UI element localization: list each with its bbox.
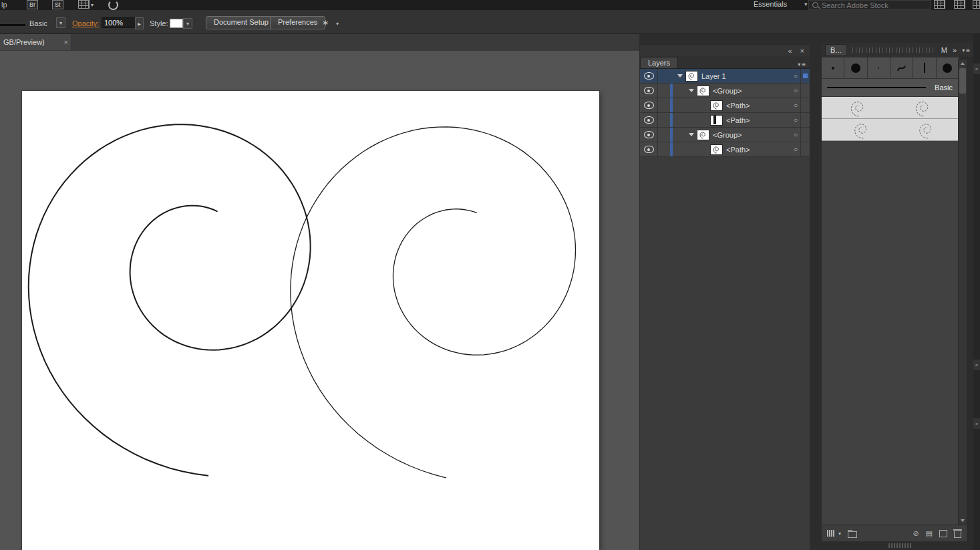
brush-round-10pt[interactable] bbox=[844, 57, 867, 79]
brushes-panel-menu-icon[interactable]: ▾≡ bbox=[962, 47, 970, 54]
dock-edge-strip: « « « bbox=[973, 33, 980, 550]
basic-stroke-preview bbox=[827, 87, 926, 88]
layer-row-group1[interactable]: <Group> ○ bbox=[640, 84, 810, 98]
layer-name[interactable]: <Group> bbox=[713, 131, 742, 139]
brush-libraries-menu-icon[interactable] bbox=[827, 530, 836, 537]
arrange-documents-caret[interactable]: ▾ bbox=[91, 2, 94, 8]
selection-column[interactable] bbox=[800, 142, 810, 156]
workspace-switcher[interactable]: Essentials ▾ bbox=[754, 0, 807, 8]
selection-column[interactable] bbox=[800, 113, 810, 127]
brush-charcoal[interactable] bbox=[890, 57, 913, 79]
brush-line-icon bbox=[924, 63, 925, 73]
edge-panel-tab-1[interactable]: « bbox=[973, 360, 980, 370]
collapse-panels-icon[interactable]: « bbox=[788, 47, 792, 55]
layers-panel-menu-icon[interactable]: ▾≡ bbox=[798, 61, 806, 68]
edge-collapse-icon[interactable]: « bbox=[973, 63, 980, 74]
layer-name[interactable]: Layer 1 bbox=[701, 72, 726, 80]
layer-row-path2[interactable]: <Path> ○ bbox=[640, 113, 810, 128]
opacity-input[interactable] bbox=[102, 17, 136, 28]
brush-round-1pt[interactable] bbox=[868, 57, 890, 79]
disclosure-triangle[interactable] bbox=[689, 89, 694, 92]
scroll-down-icon[interactable] bbox=[959, 517, 967, 525]
document-tab[interactable]: GB/Preview) × bbox=[0, 33, 72, 50]
selection-column[interactable] bbox=[800, 84, 810, 98]
disclosure-triangle[interactable] bbox=[689, 133, 694, 136]
toolbar-button-st[interactable]: St bbox=[52, 0, 63, 9]
selection-column[interactable] bbox=[800, 128, 810, 142]
layer-name[interactable]: <Path> bbox=[726, 116, 750, 124]
selection-column[interactable] bbox=[800, 98, 810, 112]
document-close-icon[interactable]: × bbox=[64, 38, 68, 46]
art-brush-spiral-2[interactable] bbox=[822, 119, 959, 141]
brush-flat[interactable] bbox=[913, 57, 936, 79]
selection-color-square bbox=[803, 74, 808, 78]
visibility-toggle[interactable] bbox=[640, 113, 658, 127]
rotate-view-icon[interactable] bbox=[108, 0, 118, 10]
brush-dot-icon bbox=[832, 67, 834, 70]
style-caret[interactable]: ▾ bbox=[183, 18, 192, 29]
artboard[interactable] bbox=[22, 91, 599, 550]
arrange-documents-icon[interactable] bbox=[78, 0, 90, 9]
clipped-topbar-icon[interactable] bbox=[973, 0, 980, 9]
brush-round-3pt[interactable] bbox=[822, 57, 844, 79]
layers-tab-row: Layers ▾≡ bbox=[640, 56, 810, 69]
visibility-toggle[interactable] bbox=[640, 142, 658, 156]
target-circle[interactable]: ○ bbox=[794, 102, 800, 109]
eye-icon bbox=[644, 102, 654, 109]
visibility-toggle[interactable] bbox=[640, 128, 658, 142]
stock-search-input[interactable]: Search Adobe Stock bbox=[808, 0, 931, 10]
preferences-button[interactable]: Preferences bbox=[270, 16, 325, 29]
layer-name[interactable]: <Path> bbox=[726, 146, 750, 154]
calligraphic-brush-row bbox=[822, 57, 959, 79]
layer-name[interactable]: <Group> bbox=[713, 87, 742, 95]
layer-name[interactable]: <Path> bbox=[726, 102, 750, 110]
brush-definition-value[interactable]: Basic bbox=[29, 19, 47, 27]
disclosure-triangle[interactable] bbox=[677, 74, 683, 78]
remove-brush-stroke-icon[interactable]: ⊘ bbox=[913, 529, 919, 538]
new-brush-icon[interactable] bbox=[939, 530, 947, 537]
canvas[interactable] bbox=[0, 51, 639, 550]
style-swatch[interactable] bbox=[170, 19, 183, 28]
documents-layout-icon[interactable] bbox=[954, 0, 965, 9]
select-similar-caret[interactable]: ▾ bbox=[336, 21, 339, 27]
layer-row-path1[interactable]: <Path> ○ bbox=[640, 98, 810, 113]
tab-brushes[interactable]: B... bbox=[825, 44, 847, 56]
target-circle[interactable]: ○ bbox=[794, 146, 800, 153]
layer-row-group2[interactable]: <Group> ○ bbox=[640, 128, 810, 142]
opacity-link[interactable]: Opacity: bbox=[72, 19, 99, 27]
edge-panel-tab-2[interactable]: « bbox=[973, 418, 980, 429]
scroll-up-icon[interactable] bbox=[959, 59, 967, 67]
brushes-scrollbar[interactable] bbox=[958, 59, 967, 525]
visibility-toggle[interactable] bbox=[640, 84, 658, 98]
art-brush-spiral-1[interactable] bbox=[822, 97, 959, 119]
libraries-panel-icon[interactable] bbox=[848, 531, 857, 538]
layer-row-layer1[interactable]: Layer 1 ○ bbox=[640, 69, 810, 84]
brush-definition-caret[interactable]: ▾ bbox=[56, 17, 65, 28]
visibility-toggle[interactable] bbox=[640, 98, 658, 112]
brush-basic-row[interactable]: Basic bbox=[822, 79, 959, 97]
gpu-performance-icon[interactable] bbox=[934, 0, 945, 9]
brush-dot-icon bbox=[851, 63, 860, 73]
select-similar-icon[interactable]: ∗ bbox=[322, 18, 329, 27]
expand-panels-icon[interactable]: » bbox=[953, 46, 957, 54]
visibility-toggle[interactable] bbox=[640, 69, 658, 83]
panel-resize-grip[interactable] bbox=[888, 543, 911, 548]
toolbar-button-br[interactable]: Br bbox=[27, 0, 38, 9]
target-circle[interactable]: ○ bbox=[794, 131, 800, 138]
layer-color-bar bbox=[670, 142, 673, 156]
options-of-selected-object-icon[interactable]: ▤ bbox=[926, 529, 933, 538]
target-circle[interactable]: ○ bbox=[794, 116, 800, 124]
opacity-stepper[interactable]: ▶ bbox=[135, 17, 144, 29]
panel-close-icon[interactable]: × bbox=[800, 47, 804, 55]
brush-libraries-caret[interactable]: ▾ bbox=[838, 531, 841, 537]
brush-round-12pt[interactable] bbox=[937, 57, 959, 79]
scrollbar-thumb[interactable] bbox=[959, 68, 966, 94]
delete-brush-icon[interactable] bbox=[954, 531, 961, 538]
tab-m[interactable]: M bbox=[941, 46, 947, 54]
layer-row-path3[interactable]: <Path> ○ bbox=[640, 142, 810, 157]
target-circle[interactable]: ○ bbox=[794, 87, 800, 94]
document-setup-button[interactable]: Document Setup bbox=[206, 16, 277, 29]
target-circle[interactable]: ○ bbox=[794, 72, 800, 80]
selection-column[interactable] bbox=[800, 69, 810, 83]
tab-layers[interactable]: Layers bbox=[640, 57, 678, 68]
